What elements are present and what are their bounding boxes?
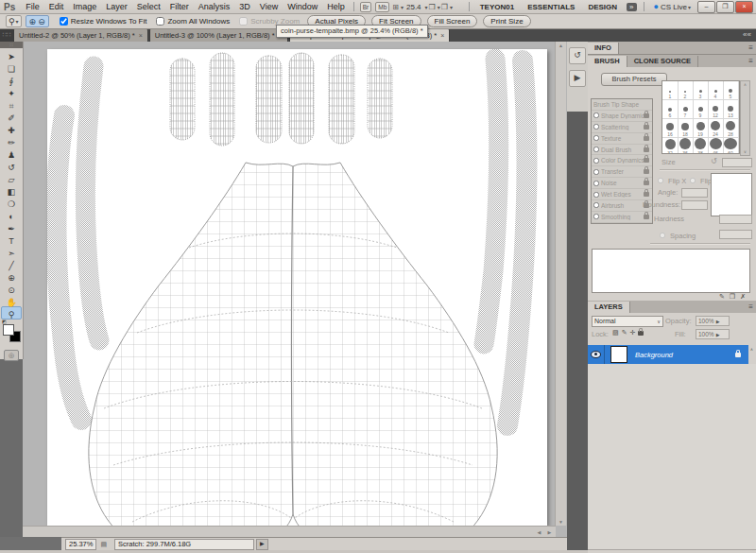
- menu-item[interactable]: Window: [283, 2, 322, 11]
- toolbar-grip[interactable]: ∷: [0, 42, 23, 48]
- brush-preset[interactable]: 2: [678, 81, 694, 100]
- gradient-tool[interactable]: ◧: [2, 183, 21, 196]
- workspace-overflow-button[interactable]: »: [627, 3, 636, 11]
- blur-tool[interactable]: ❍: [2, 196, 21, 208]
- status-menu-button[interactable]: ▶: [256, 539, 268, 550]
- brush-option[interactable]: Shape Dynamics: [592, 111, 652, 122]
- mini-bridge-icon[interactable]: Mb: [375, 2, 389, 12]
- brush-preset[interactable]: 38: [693, 138, 709, 154]
- brush-tool[interactable]: ✏: [2, 134, 21, 147]
- brush-preset[interactable]: 4: [708, 81, 724, 100]
- view-extras-icon[interactable]: ⊞: [392, 3, 399, 11]
- eyedropper-tool[interactable]: ✐: [2, 110, 21, 122]
- brush-grid-scrollbar[interactable]: ∧ ∨: [740, 80, 750, 156]
- scroll-down-icon[interactable]: ▼: [556, 519, 566, 525]
- brush-option[interactable]: Smoothing: [592, 212, 652, 223]
- cs-live-button[interactable]: ● CS Live ▾: [654, 2, 691, 11]
- scroll-left-icon[interactable]: ◀: [534, 529, 544, 535]
- tab-brush[interactable]: BRUSH: [588, 56, 627, 67]
- layer-thumbnail[interactable]: [610, 346, 627, 363]
- brush-option[interactable]: Dual Brush: [592, 145, 652, 156]
- type-tool[interactable]: T: [2, 233, 21, 245]
- menu-item[interactable]: Layer: [101, 2, 132, 11]
- lock-all-icon[interactable]: [638, 331, 644, 336]
- rotate-3d-tool[interactable]: ⊕: [2, 269, 21, 282]
- blend-mode-select[interactable]: Normal ∨: [592, 316, 663, 327]
- zoom-all-windows-checkbox[interactable]: Zoom All Windows: [156, 17, 230, 26]
- brush-presets-button[interactable]: Brush Presets: [601, 73, 667, 86]
- brush-option[interactable]: Wet Edges: [592, 189, 652, 200]
- brush-option[interactable]: Texture: [592, 133, 652, 145]
- workspace-button[interactable]: ESSENTIALS: [521, 3, 581, 11]
- brush-option[interactable]: Scattering: [592, 122, 652, 133]
- brush-preset[interactable]: 28: [723, 119, 739, 138]
- chevron-down-icon[interactable]: ▾: [425, 4, 428, 10]
- fill-value[interactable]: 100%▶: [696, 329, 730, 339]
- tab-info[interactable]: INFO: [588, 43, 619, 54]
- menu-item[interactable]: View: [255, 2, 283, 11]
- brush-preset[interactable]: 24: [708, 119, 724, 138]
- lock-position-icon[interactable]: ✛: [630, 329, 636, 337]
- zoom-percent-field[interactable]: 25.37%: [65, 539, 96, 550]
- visibility-toggle[interactable]: [588, 345, 605, 364]
- chevron-down-icon[interactable]: ▾: [438, 4, 440, 10]
- layer-row-background[interactable]: Background: [588, 345, 748, 364]
- panel-menu-icon[interactable]: ≡: [748, 43, 753, 54]
- scroll-up-icon[interactable]: ∧: [747, 347, 756, 352]
- opacity-value[interactable]: 100%▶: [696, 316, 730, 326]
- zoom-all-windows-input[interactable]: [156, 17, 164, 26]
- bridge-icon[interactable]: Br: [360, 2, 372, 12]
- menu-item[interactable]: Select: [132, 2, 165, 11]
- panel-menu-icon[interactable]: ≡: [748, 56, 753, 67]
- tab-clone-source[interactable]: CLONE SOURCE: [627, 56, 698, 67]
- brush-preset[interactable]: 9: [693, 100, 709, 119]
- layer-name[interactable]: Background: [635, 351, 735, 359]
- brush-preset[interactable]: 46: [708, 138, 724, 154]
- zoom-tool[interactable]: ⚲: [1, 306, 22, 320]
- tab-layers[interactable]: LAYERS: [588, 302, 630, 313]
- minimize-button[interactable]: –: [697, 1, 715, 13]
- marquee-tool[interactable]: ❏: [2, 60, 21, 73]
- quick-selection-tool[interactable]: ✦: [2, 85, 21, 97]
- collapse-dock-icon[interactable]: ««: [743, 28, 751, 42]
- canvas-page[interactable]: [47, 49, 547, 526]
- menu-item[interactable]: Image: [68, 2, 101, 11]
- menu-item[interactable]: Help: [322, 2, 350, 11]
- chevron-down-icon[interactable]: ▾: [450, 4, 453, 10]
- tool-preset-picker[interactable]: ⚲ ▾: [6, 15, 22, 27]
- resize-windows-checkbox[interactable]: Resize Windows To Fit: [60, 17, 147, 26]
- eraser-tool[interactable]: ▱: [2, 171, 21, 183]
- menu-item[interactable]: Filter: [165, 2, 194, 11]
- chevron-down-icon[interactable]: ▾: [401, 4, 404, 10]
- color-swatches[interactable]: ◩: [2, 323, 21, 344]
- lasso-tool[interactable]: ∮: [2, 73, 21, 85]
- line-tool[interactable]: ╱: [2, 257, 21, 269]
- workspace-button[interactable]: TEYON01: [473, 3, 521, 11]
- brush-preset[interactable]: 36: [678, 138, 694, 154]
- new-brush-icon[interactable]: ❐: [730, 293, 740, 300]
- brush-preset[interactable]: 13: [723, 100, 739, 119]
- close-button[interactable]: ×: [735, 1, 753, 13]
- tab-close-icon[interactable]: ×: [139, 32, 143, 39]
- option-button[interactable]: Fill Screen: [427, 15, 478, 27]
- brush-preset[interactable]: 6: [662, 100, 679, 119]
- menu-item[interactable]: File: [21, 2, 44, 11]
- path-selection-tool[interactable]: ➣: [2, 245, 21, 257]
- lock-pixels-icon[interactable]: ✎: [622, 329, 627, 337]
- zoom-out-button[interactable]: ⊖: [38, 17, 45, 26]
- zoom-in-button[interactable]: ⊕: [29, 17, 37, 26]
- document-tab[interactable]: Untitled-2 @ 50% (Layer 1, RGB/8) * ×: [13, 28, 148, 42]
- brush-preset[interactable]: 19: [693, 119, 709, 138]
- brush-preset[interactable]: 1: [662, 81, 679, 100]
- move-tool[interactable]: ➤: [2, 48, 21, 60]
- lock-transparency-icon[interactable]: ▨: [612, 329, 619, 337]
- scroll-up-icon[interactable]: ▲: [556, 43, 566, 48]
- brush-option[interactable]: Transfer: [592, 166, 652, 178]
- healing-brush-tool[interactable]: ✚: [2, 122, 21, 134]
- brush-preset[interactable]: 16: [662, 119, 679, 138]
- menu-item[interactable]: Edit: [44, 2, 69, 11]
- document-tab[interactable]: Untitled-3 @ 100% (Layer 1, RGB/8) * ×: [149, 28, 288, 42]
- option-button[interactable]: Print Size: [483, 15, 530, 27]
- history-panel-icon[interactable]: ↺: [569, 47, 586, 64]
- crop-tool[interactable]: ⌗: [2, 97, 21, 110]
